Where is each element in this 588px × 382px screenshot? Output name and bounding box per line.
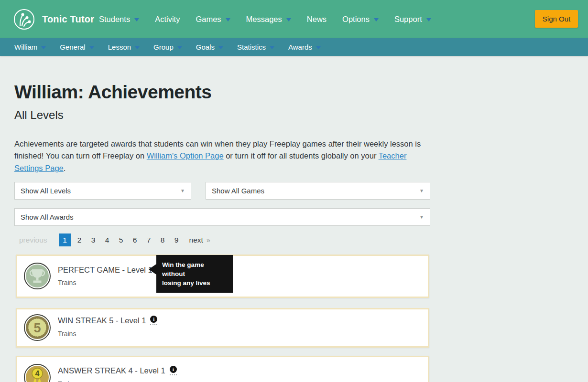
- pagination-page-7[interactable]: 7: [142, 233, 156, 246]
- nav-news[interactable]: News: [307, 15, 327, 24]
- achievement-card: 4 ANSWER STREAK 4 - Level 1 i Trains: [16, 356, 429, 382]
- achievement-title: WIN STREAK 5 - Level 1: [58, 316, 146, 325]
- student-sub-nav: William General Lesson Group Goals Stati…: [0, 38, 588, 56]
- svg-text:4: 4: [35, 370, 40, 378]
- subnav-william[interactable]: William: [14, 43, 46, 51]
- games-filter-value: Show All Games: [212, 187, 264, 195]
- info-icon-wrapper[interactable]: i: [150, 316, 157, 325]
- achievement-game: Trains: [58, 279, 76, 286]
- rosette-4-badge-icon: 4: [23, 363, 51, 382]
- tonic-tutor-logo-icon: [13, 9, 35, 30]
- chevron-down-icon: [177, 46, 182, 49]
- subnav-goals[interactable]: Goals: [196, 43, 223, 51]
- achievement-tooltip: Win the game without losing any lives: [156, 255, 233, 293]
- app-header: Tonic Tutor Students Activity Games Mess…: [0, 0, 588, 38]
- nav-activity[interactable]: Activity: [155, 15, 180, 24]
- page-subtitle: All Levels: [14, 108, 64, 122]
- levels-filter-value: Show All Levels: [21, 187, 71, 195]
- brand-name: Tonic Tutor: [42, 0, 94, 38]
- chevron-down-icon: [218, 46, 223, 49]
- chevron-down-icon: [286, 18, 291, 21]
- pagination-page-8[interactable]: 8: [156, 233, 170, 246]
- achievement-card: 5 WIN STREAK 5 - Level 1 i Trains: [16, 308, 429, 348]
- pagination-next[interactable]: next: [189, 236, 203, 244]
- info-icon[interactable]: i: [170, 366, 177, 373]
- achievement-game: Trains: [58, 330, 76, 338]
- subnav-lesson[interactable]: Lesson: [108, 43, 140, 51]
- achievements-description: Achievements are targeted awards that st…: [14, 138, 426, 174]
- pagination-page-9[interactable]: 9: [170, 233, 184, 246]
- achievement-title: ANSWER STREAK 4 - Level 1: [58, 366, 165, 375]
- pagination: previous 1 2 3 4 5 6 7 8 9 next »: [19, 233, 210, 246]
- select-caret-icon: ▼: [419, 188, 424, 193]
- subnav-general[interactable]: General: [60, 43, 94, 51]
- page-title: William: Achievements: [14, 82, 212, 103]
- nav-support[interactable]: Support: [394, 15, 431, 24]
- chevron-down-icon: [270, 46, 274, 49]
- awards-filter-value: Show All Awards: [21, 213, 74, 221]
- chevron-down-icon: [134, 18, 139, 21]
- pagination-page-5[interactable]: 5: [114, 233, 128, 246]
- pagination-page-6[interactable]: 6: [128, 233, 142, 246]
- sign-out-button[interactable]: Sign Out: [535, 10, 578, 28]
- achievement-game: Trains: [58, 380, 76, 382]
- subnav-awards[interactable]: Awards: [288, 43, 321, 51]
- pagination-page-4[interactable]: 4: [100, 233, 114, 246]
- awards-filter-select[interactable]: Show All Awards ▼: [14, 208, 430, 226]
- trophy-badge-icon: [23, 262, 51, 290]
- nav-students[interactable]: Students: [99, 15, 139, 24]
- chevron-down-icon: [41, 46, 46, 49]
- chevron-down-icon: [374, 18, 379, 21]
- levels-filter-select[interactable]: Show All Levels ▼: [14, 182, 191, 200]
- pagination-page-3[interactable]: 3: [87, 233, 100, 246]
- chevron-down-icon: [426, 18, 431, 21]
- chevron-down-icon: [226, 18, 230, 21]
- chevron-down-icon: [89, 46, 94, 49]
- pagination-next-arrow[interactable]: »: [207, 236, 210, 244]
- subnav-group[interactable]: Group: [153, 43, 182, 51]
- info-icon-wrapper[interactable]: i: [170, 366, 177, 375]
- william-option-page-link[interactable]: William's Option Page: [147, 151, 224, 160]
- medal-5-badge-icon: 5: [23, 314, 51, 341]
- pagination-previous: previous: [19, 236, 47, 244]
- nav-messages[interactable]: Messages: [246, 15, 291, 24]
- subnav-statistics[interactable]: Statistics: [237, 43, 274, 51]
- chevron-down-icon: [316, 46, 321, 49]
- pagination-page-2[interactable]: 2: [73, 233, 87, 246]
- info-icon[interactable]: i: [150, 316, 157, 323]
- select-caret-icon: ▼: [419, 214, 424, 220]
- select-caret-icon: ▼: [180, 188, 185, 193]
- games-filter-select[interactable]: Show All Games ▼: [206, 182, 430, 200]
- pagination-page-1[interactable]: 1: [59, 233, 71, 246]
- svg-text:5: 5: [33, 321, 41, 335]
- nav-games[interactable]: Games: [196, 15, 230, 24]
- top-nav: Students Activity Games Messages News Op…: [99, 0, 431, 38]
- chevron-down-icon: [135, 46, 140, 49]
- nav-options[interactable]: Options: [342, 15, 379, 24]
- achievement-title: PERFECT GAME - Level 1: [58, 265, 152, 275]
